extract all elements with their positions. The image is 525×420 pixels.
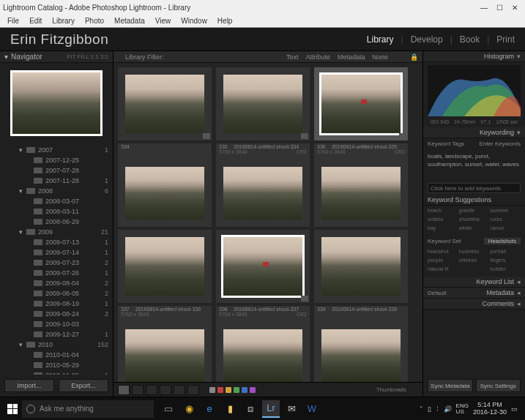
thumbnail-image[interactable] bbox=[125, 75, 204, 133]
folder-row[interactable]: 2009-08-042 bbox=[0, 278, 113, 288]
grid-cell[interactable] bbox=[216, 67, 310, 140]
folder-row[interactable]: 2008-06-29 bbox=[0, 217, 113, 227]
color-label-chip[interactable] bbox=[234, 387, 239, 393]
sync-metadata-button[interactable]: Sync Metadata bbox=[428, 379, 473, 392]
start-button[interactable] bbox=[7, 404, 18, 414]
comments-header[interactable]: Comments ◂ bbox=[423, 299, 525, 310]
folder-row[interactable]: 2010-01-04 bbox=[0, 350, 113, 360]
minimize-icon[interactable]: — bbox=[480, 4, 488, 12]
folder-row[interactable]: 2009-07-141 bbox=[0, 247, 113, 258]
keyword-set-item[interactable]: people bbox=[428, 258, 458, 266]
keyword-set-item[interactable]: natural lit bbox=[428, 266, 458, 274]
folder-row[interactable]: 2007-12-25 bbox=[0, 155, 113, 165]
grid-view-icon[interactable] bbox=[118, 385, 130, 395]
keyword-set-item[interactable]: business bbox=[459, 249, 490, 257]
folder-row[interactable]: 2009-07-131 bbox=[0, 237, 113, 247]
keyword-set-item[interactable]: fingers bbox=[490, 258, 521, 266]
keyword-suggestion[interactable]: summer bbox=[490, 208, 521, 216]
menu-view[interactable]: View bbox=[151, 15, 176, 26]
tray-chevron-icon[interactable]: ˄ bbox=[420, 405, 423, 413]
store-icon[interactable]: ⧈ bbox=[242, 400, 259, 418]
thumbnail-image[interactable] bbox=[321, 237, 401, 296]
thumbnail-image[interactable] bbox=[223, 167, 302, 220]
keyword-suggestion[interactable]: rocks bbox=[490, 217, 521, 225]
filter-text[interactable]: Text bbox=[286, 53, 299, 61]
menu-edit[interactable]: Edit bbox=[25, 15, 46, 26]
filter-metadata[interactable]: Metadata bbox=[338, 53, 365, 61]
menu-metadata[interactable]: Metadata bbox=[110, 15, 149, 26]
filter-none[interactable]: None bbox=[372, 53, 388, 61]
module-print[interactable]: Print bbox=[496, 34, 515, 45]
folder-row[interactable]: 2009-12-271 bbox=[0, 329, 113, 340]
grid-cell[interactable] bbox=[314, 230, 408, 303]
folder-row[interactable]: 2009-08-191 bbox=[0, 299, 113, 309]
folder-row[interactable]: ▾20071 bbox=[0, 145, 113, 155]
thumbnail-grid[interactable]: 33433520160814-untitled shoot-3345760 x … bbox=[113, 63, 422, 382]
keywording-header[interactable]: Keywording ▾ bbox=[423, 127, 525, 138]
thumbnail-image[interactable] bbox=[125, 329, 204, 382]
module-develop[interactable]: Develop bbox=[411, 34, 443, 45]
menu-file[interactable]: File bbox=[3, 15, 23, 26]
folder-row[interactable]: ▾200921 bbox=[0, 227, 113, 237]
folder-row[interactable]: ▾20086 bbox=[0, 186, 113, 196]
volume-icon[interactable]: 🔊 bbox=[444, 405, 452, 413]
language-indicator[interactable]: ENG US bbox=[456, 403, 469, 415]
keyword-set-item[interactable]: toddler bbox=[490, 266, 521, 274]
explorer-icon[interactable]: ▮ bbox=[221, 400, 239, 418]
people-view-icon[interactable] bbox=[174, 385, 185, 395]
keyword-suggestion[interactable]: shoreline bbox=[459, 217, 490, 225]
grid-cell[interactable]: 33720160814-untitled shoot-3365760 x 384… bbox=[118, 306, 212, 382]
folder-row[interactable]: 2008-03-07 bbox=[0, 196, 113, 206]
grid-cell[interactable]: 33520160814-untitled shoot-3345760 x 384… bbox=[216, 143, 310, 227]
loupe-view-icon[interactable] bbox=[132, 385, 144, 395]
close-icon[interactable]: ✕ bbox=[512, 4, 518, 12]
module-book[interactable]: Book bbox=[460, 34, 480, 45]
keyword-suggestion[interactable]: granite bbox=[459, 208, 490, 216]
keyword-set-item[interactable]: children bbox=[459, 258, 490, 266]
painter-icon[interactable] bbox=[187, 385, 199, 395]
histogram[interactable] bbox=[428, 65, 521, 116]
grid-cell[interactable]: 33620160814-untitled shoot-3355760 x 384… bbox=[314, 143, 408, 227]
menu-help[interactable]: Help bbox=[213, 15, 237, 26]
folder-tree[interactable]: ▾200712007-12-252007-07-282007-11-281▾20… bbox=[0, 143, 113, 375]
thumbnail-image[interactable] bbox=[321, 329, 401, 382]
module-library[interactable]: Library bbox=[367, 34, 394, 45]
taskview-icon[interactable]: ▭ bbox=[160, 400, 177, 418]
grid-cell[interactable]: 33920160814-untitled shoot-338 bbox=[314, 306, 408, 382]
grid-cell[interactable] bbox=[118, 67, 212, 140]
metadata-preset[interactable]: Default bbox=[428, 290, 446, 296]
menu-window[interactable]: Window bbox=[176, 15, 212, 26]
keyword-set-item[interactable] bbox=[459, 266, 490, 274]
color-label-chip[interactable] bbox=[226, 387, 231, 393]
lightroom-taskbar-icon[interactable]: Lr bbox=[262, 400, 280, 418]
grid-cell[interactable] bbox=[216, 230, 310, 303]
metadata-header[interactable]: Default Metadata ◂ bbox=[423, 288, 525, 299]
thumbnail-image[interactable] bbox=[223, 329, 302, 382]
import-button[interactable]: Import... bbox=[4, 379, 54, 392]
keyword-set-item[interactable]: headshot bbox=[428, 249, 458, 257]
thumbnail-image[interactable] bbox=[321, 167, 401, 220]
keyword-tags[interactable]: boats, landscape, pond, southampton, sun… bbox=[423, 149, 525, 181]
thumbnail-image[interactable] bbox=[125, 237, 204, 296]
folder-row[interactable]: ▾2010152 bbox=[0, 340, 113, 350]
survey-view-icon[interactable] bbox=[160, 385, 171, 395]
thumbnail-image[interactable] bbox=[125, 167, 204, 220]
navigator-preview[interactable] bbox=[10, 70, 103, 136]
grid-cell[interactable]: 334 bbox=[118, 143, 212, 227]
folder-row[interactable]: 2010-05-29 bbox=[0, 360, 113, 370]
compare-view-icon[interactable] bbox=[146, 385, 157, 395]
keyword-suggestion[interactable]: canoe bbox=[490, 225, 521, 233]
color-label-chip[interactable] bbox=[217, 387, 223, 393]
grid-cell[interactable] bbox=[118, 230, 212, 303]
navigator-header[interactable]: ▾ Navigator FIT FILL 1:1 3:1 bbox=[0, 51, 113, 63]
filter-lock-icon[interactable]: 🔒 bbox=[410, 53, 418, 61]
menu-photo[interactable]: Photo bbox=[81, 15, 108, 26]
thumbnail-image[interactable] bbox=[319, 72, 403, 135]
keyword-list-header[interactable]: Keyword List ◂ bbox=[423, 277, 525, 288]
filter-attribute[interactable]: Attribute bbox=[305, 53, 330, 61]
folder-row[interactable]: 2008-03-11 bbox=[0, 206, 113, 217]
folder-row[interactable]: 2009-07-261 bbox=[0, 268, 113, 278]
cortana-search[interactable]: Ask me anything bbox=[22, 400, 154, 418]
color-label-chip[interactable] bbox=[209, 387, 215, 393]
keyword-input[interactable] bbox=[428, 183, 521, 193]
